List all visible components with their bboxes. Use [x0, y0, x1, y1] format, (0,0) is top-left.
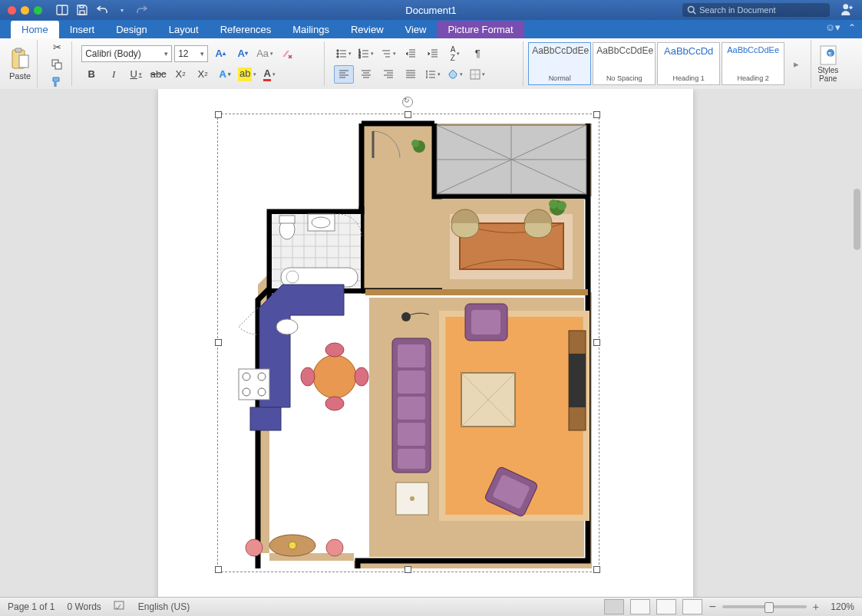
paste-button[interactable]: Paste	[6, 40, 38, 87]
tab-picture-format[interactable]: Picture Format	[437, 21, 523, 38]
styles-pane-button[interactable]: ¶ Styles Pane	[811, 40, 841, 87]
draft-view-icon[interactable]	[682, 599, 702, 614]
web-layout-view-icon[interactable]	[630, 599, 650, 614]
inserted-floorplan-image[interactable]	[220, 116, 596, 568]
decrease-indent-icon[interactable]	[401, 44, 421, 63]
shading-icon[interactable]	[445, 65, 465, 84]
traffic-lights	[0, 6, 42, 15]
resize-handle-w[interactable]	[215, 339, 222, 346]
styles-more-icon[interactable]: ▸	[786, 44, 806, 84]
multilevel-list-icon[interactable]	[378, 44, 398, 63]
zoom-thumb[interactable]	[765, 602, 774, 613]
maximize-window-button[interactable]	[34, 6, 42, 15]
tab-view[interactable]: View	[395, 21, 438, 38]
resize-handle-e[interactable]	[593, 339, 600, 346]
resize-handle-nw[interactable]	[215, 111, 222, 118]
borders-icon[interactable]	[467, 65, 487, 84]
tab-design[interactable]: Design	[105, 21, 157, 38]
bold-button[interactable]: B	[81, 65, 101, 84]
clipboard-icon	[10, 48, 30, 71]
svg-point-11	[337, 52, 339, 54]
align-right-icon[interactable]	[378, 65, 398, 84]
redo-icon[interactable]	[136, 4, 148, 16]
style-no-spacing[interactable]: AaBbCcDdEeNo Spacing	[593, 42, 656, 85]
clear-formatting-icon[interactable]	[277, 44, 297, 63]
document-area[interactable]	[0, 89, 862, 598]
zoom-in-button[interactable]: +	[813, 601, 819, 613]
status-words[interactable]: 0 Words	[67, 601, 101, 612]
resize-handle-ne[interactable]	[593, 111, 600, 118]
show-marks-icon[interactable]: ¶	[467, 44, 487, 63]
tab-home[interactable]: Home	[11, 21, 59, 38]
search-input[interactable]: Search in Document	[682, 3, 830, 17]
highlight-icon[interactable]: ab	[237, 65, 257, 84]
grow-font-icon[interactable]: A▴	[210, 44, 230, 63]
font-size-select[interactable]: 12▾	[174, 45, 208, 62]
style-normal[interactable]: AaBbCcDdEeNormal	[528, 42, 591, 85]
change-case-icon[interactable]: Aa	[255, 44, 275, 63]
zoom-slider[interactable]	[722, 605, 807, 608]
document-page	[158, 89, 693, 598]
sort-icon[interactable]: AZ	[445, 44, 465, 63]
align-center-icon[interactable]	[356, 65, 376, 84]
style-heading-1[interactable]: AaBbCcDdHeading 1	[657, 42, 720, 85]
undo-icon[interactable]	[96, 4, 108, 16]
tab-references[interactable]: References	[210, 21, 282, 38]
status-page[interactable]: Page 1 of 1	[8, 601, 54, 612]
reading-view-icon[interactable]	[56, 4, 68, 16]
collapse-ribbon-icon[interactable]: ⌃	[848, 22, 856, 33]
tabs-right-controls: ☺▾ ⌃	[825, 21, 856, 33]
vertical-scrollbar[interactable]	[854, 189, 860, 250]
resize-handle-n[interactable]	[405, 111, 411, 118]
paste-label: Paste	[9, 71, 31, 81]
outline-view-icon[interactable]	[656, 599, 676, 614]
bullets-icon[interactable]	[334, 44, 354, 63]
feedback-icon[interactable]: ☺▾	[825, 21, 841, 33]
svg-point-3	[689, 7, 695, 13]
status-language[interactable]: English (US)	[138, 601, 190, 612]
minimize-window-button[interactable]	[21, 6, 29, 15]
superscript-button[interactable]: X2	[193, 65, 213, 84]
copy-icon[interactable]	[47, 58, 67, 71]
underline-button[interactable]: U	[126, 65, 146, 84]
tab-layout[interactable]: Layout	[158, 21, 210, 38]
increase-indent-icon[interactable]	[423, 44, 443, 63]
save-icon[interactable]	[76, 4, 88, 16]
tab-mailings[interactable]: Mailings	[282, 21, 340, 38]
print-layout-view-icon[interactable]	[604, 599, 624, 614]
font-name-select[interactable]: Calibri (Body)▾	[81, 45, 172, 62]
cut-icon[interactable]: ✂	[47, 41, 67, 54]
ribbon-tabs: Home Insert Design Layout References Mai…	[0, 20, 862, 38]
document-title: Document1	[405, 5, 456, 16]
style-heading-2[interactable]: AaBbCcDdEeHeading 2	[722, 42, 784, 85]
svg-rect-1	[80, 11, 84, 15]
resize-handle-sw[interactable]	[215, 566, 222, 573]
justify-icon[interactable]	[401, 65, 421, 84]
text-effects-icon[interactable]: A	[215, 65, 235, 84]
shrink-font-icon[interactable]: A▾	[233, 44, 253, 63]
svg-rect-2	[80, 5, 84, 8]
styles-pane-label: Styles Pane	[817, 66, 838, 83]
search-placeholder: Search in Document	[699, 5, 776, 15]
font-color-icon[interactable]: A	[259, 65, 279, 84]
format-painter-icon[interactable]	[47, 75, 67, 87]
zoom-out-button[interactable]: −	[708, 600, 715, 614]
tab-insert[interactable]: Insert	[59, 21, 106, 38]
svg-text:3: 3	[358, 54, 361, 59]
rotate-handle[interactable]	[402, 97, 413, 107]
line-spacing-icon[interactable]	[423, 65, 443, 84]
tab-review[interactable]: Review	[340, 21, 395, 38]
resize-handle-se[interactable]	[593, 566, 600, 573]
align-left-icon[interactable]	[334, 65, 354, 84]
italic-button[interactable]: I	[104, 65, 124, 84]
resize-handle-s[interactable]	[405, 566, 411, 573]
zoom-level[interactable]: 120%	[825, 601, 854, 612]
spellcheck-icon[interactable]	[114, 601, 126, 614]
subscript-button[interactable]: X2	[170, 65, 190, 84]
undo-dropdown-icon[interactable]: ▾	[116, 4, 128, 16]
strikethrough-button[interactable]: abc	[148, 65, 168, 84]
svg-text:¶: ¶	[828, 51, 831, 58]
share-icon[interactable]	[841, 2, 854, 18]
close-window-button[interactable]	[8, 6, 16, 15]
numbering-icon[interactable]: 123	[356, 44, 376, 63]
